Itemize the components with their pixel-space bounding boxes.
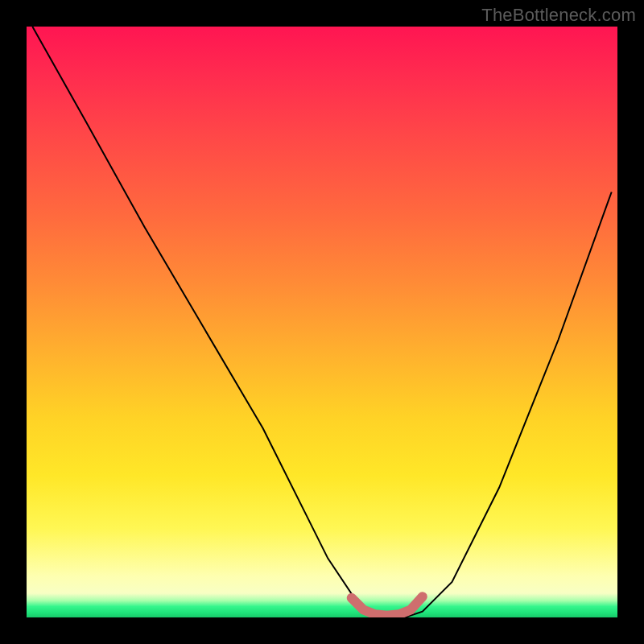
series-group <box>32 27 611 617</box>
plot-area <box>27 27 617 617</box>
chart-stage: TheBottleneck.com <box>0 0 644 644</box>
flat-minimum-marker <box>352 597 423 616</box>
bottleneck-curve <box>32 27 611 617</box>
watermark-text: TheBottleneck.com <box>481 5 636 26</box>
curve-layer <box>27 27 617 617</box>
